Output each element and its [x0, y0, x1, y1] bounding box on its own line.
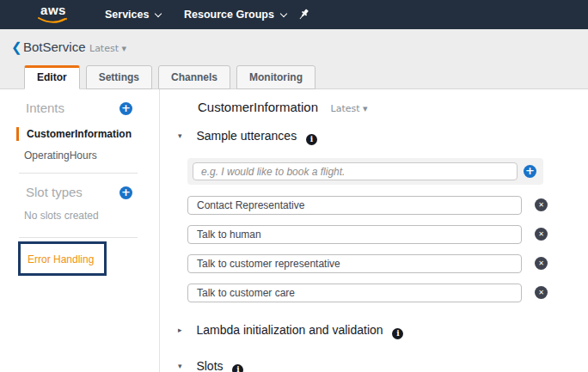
caret-right-icon: ▸: [178, 326, 182, 334]
lambda-section-header[interactable]: ▸ Lambda initialization and validation i: [178, 323, 403, 338]
remove-utterance-icon[interactable]: ✕: [535, 286, 548, 299]
slot-types-header: Slot types: [26, 185, 83, 199]
utterance-text[interactable]: Contact Representative: [187, 196, 522, 215]
utterance-row: Talk to human ✕: [187, 225, 567, 244]
bot-version-dropdown[interactable]: Latest ▾: [89, 43, 126, 54]
sidebar-item-operatinghours[interactable]: OperatingHours: [24, 149, 97, 162]
add-utterance-button[interactable]: +: [524, 165, 536, 178]
add-intent-button[interactable]: +: [119, 102, 132, 115]
sidebar-item-customerinformation[interactable]: CustomerInformation: [16, 127, 132, 141]
info-icon[interactable]: i: [392, 328, 403, 339]
add-slot-type-button[interactable]: +: [119, 186, 132, 199]
chevron-down-icon: [280, 10, 287, 17]
remove-utterance-icon[interactable]: ✕: [535, 228, 548, 241]
slots-section-header[interactable]: ▾ Slots i: [178, 359, 243, 372]
aws-lex-console: aws Services Resource Groups ❮ BotServic…: [0, 0, 588, 372]
sample-utterances-label: Sample utterances: [196, 129, 297, 143]
tab-strip: Editor Settings Channels Monitoring: [24, 65, 315, 89]
pin-icon[interactable]: [297, 8, 310, 21]
intent-editor-panel: CustomerInformation Latest ▾ ▾ Sample ut…: [160, 89, 588, 372]
tab-monitoring[interactable]: Monitoring: [236, 65, 315, 89]
remove-utterance-icon[interactable]: ✕: [535, 198, 548, 211]
sidebar-divider: [19, 173, 138, 174]
sample-utterances-section-header[interactable]: ▾ Sample utterances i: [178, 129, 317, 143]
aws-logo-text: aws: [36, 3, 70, 17]
tab-channels[interactable]: Channels: [158, 65, 230, 89]
no-slots-text: No slots created: [24, 210, 99, 222]
intent-title-row: CustomerInformation Latest ▾: [198, 100, 368, 115]
lambda-section-label: Lambda initialization and validation: [196, 323, 383, 337]
info-icon[interactable]: i: [306, 134, 317, 145]
error-handling-highlight-box[interactable]: Error Handling: [18, 241, 107, 276]
utterance-input[interactable]: [193, 162, 518, 180]
intent-version-dropdown[interactable]: Latest ▾: [331, 103, 368, 114]
sidebar-item-error-handling[interactable]: Error Handling: [28, 253, 94, 265]
utterance-text[interactable]: Talk to human: [187, 225, 522, 244]
utterance-text[interactable]: Talk to customer representative: [187, 254, 522, 273]
aws-smile-icon: [37, 17, 70, 25]
slots-section-label: Slots: [196, 359, 223, 372]
info-icon[interactable]: i: [232, 364, 243, 372]
remove-utterance-icon[interactable]: ✕: [535, 257, 548, 270]
nav-resource-groups-label: Resource Groups: [184, 9, 274, 21]
utterance-input-container: +: [187, 158, 543, 185]
utterance-row: Talk to customer representative ✕: [187, 254, 567, 273]
aws-logo[interactable]: aws: [36, 3, 70, 26]
nav-services-label: Services: [105, 9, 149, 21]
nav-resource-groups-menu[interactable]: Resource Groups: [184, 0, 286, 29]
nav-services-menu[interactable]: Services: [105, 0, 161, 29]
intents-header: Intents: [26, 101, 64, 115]
intent-title: CustomerInformation: [198, 100, 318, 114]
sidebar-divider: [19, 237, 138, 238]
sidebar: Intents + CustomerInformation OperatingH…: [0, 89, 160, 372]
caret-down-icon: ▾: [178, 362, 182, 370]
top-navbar: aws Services Resource Groups: [0, 0, 588, 29]
tab-editor[interactable]: Editor: [24, 65, 80, 89]
tab-settings[interactable]: Settings: [86, 65, 152, 89]
back-icon[interactable]: ❮: [11, 40, 22, 55]
utterance-row: Talk to customer care ✕: [187, 284, 567, 302]
bot-name-title: BotService: [23, 40, 86, 54]
bot-subheader: ❮ BotService Latest ▾ Editor Settings Ch…: [0, 29, 588, 89]
utterance-row: Contact Representative ✕: [187, 196, 567, 215]
utterance-text[interactable]: Talk to customer care: [187, 284, 522, 302]
chevron-down-icon: [155, 10, 162, 17]
caret-down-icon: ▾: [178, 131, 182, 140]
